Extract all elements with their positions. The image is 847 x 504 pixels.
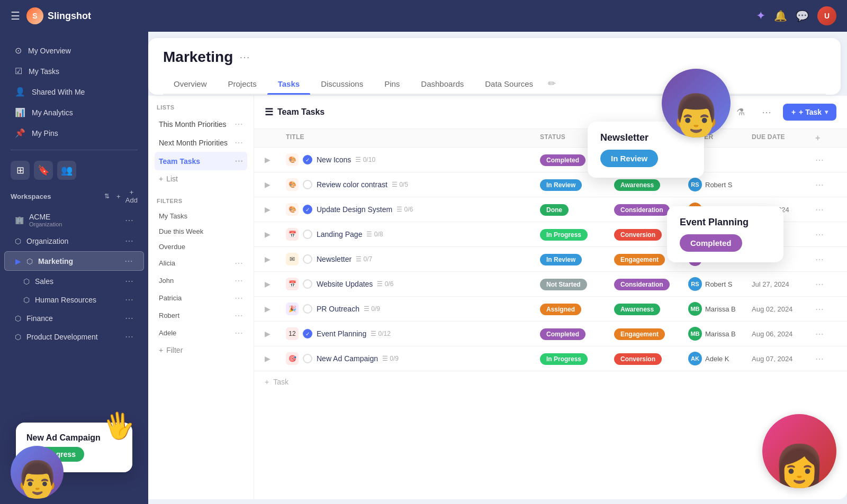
row-more-icon[interactable]: ⋯ (815, 180, 836, 190)
sidebar-item-tasks[interactable]: ☑ My Tasks (4, 61, 144, 81)
add-list-button[interactable]: + List (155, 170, 247, 187)
edit-icon[interactable]: ✏ (548, 78, 556, 89)
workspace-item-org[interactable]: ⬡ Organization ⋯ (4, 232, 144, 250)
expand-icon[interactable]: ▶ (265, 280, 286, 288)
ai-button[interactable]: ✦ (756, 9, 765, 23)
tab-dashboards[interactable]: Dashboards (410, 74, 474, 94)
sidebar-item-analytics[interactable]: 📊 My Analytics (4, 102, 144, 123)
tasks-header: ☰ Team Tasks ⊞ View Type ⚗ ⋯ + + Task ▾ (254, 96, 847, 129)
filter-robert[interactable]: Robert ⋯ (155, 307, 247, 324)
filter-alicia[interactable]: Alicia ⋯ (155, 254, 247, 272)
row-more-icon[interactable]: ⋯ (815, 155, 836, 165)
workspace-more-icon[interactable]: ⋯ (125, 215, 133, 225)
workspace-more-icon[interactable]: ⋯ (125, 332, 133, 342)
row-more-icon[interactable]: ⋯ (815, 205, 836, 215)
row-more-icon[interactable]: ⋯ (815, 329, 836, 339)
workspace-item-sales[interactable]: ⬡ Sales ⋯ (4, 272, 144, 290)
row-more-icon[interactable]: ⋯ (815, 230, 836, 240)
filter-more-icon[interactable]: ⋯ (235, 276, 243, 286)
add-column-button[interactable]: + (815, 133, 836, 143)
workspace-item-marketing[interactable]: ▶ ⬡ Marketing ⋯ (4, 251, 144, 271)
row-more-icon[interactable]: ⋯ (815, 354, 836, 364)
workspace-more-btn[interactable]: ⋯ (239, 51, 250, 63)
task-checkbox[interactable]: ✓ (303, 205, 312, 214)
filter-my-tasks[interactable]: My Tasks (155, 208, 247, 224)
list-item-next-month[interactable]: Next Month Priorities ⋯ (155, 133, 247, 152)
task-checkbox[interactable] (303, 230, 312, 239)
list-item-team-tasks[interactable]: Team Tasks ⋯ (155, 152, 247, 170)
sort-button[interactable]: ⇅ (104, 193, 110, 200)
expand-icon[interactable]: ▶ (265, 155, 286, 164)
workspace-item-hr[interactable]: ⬡ Human Resources ⋯ (4, 290, 144, 309)
tab-overview[interactable]: Overview (163, 74, 218, 94)
bookmark-button[interactable]: 🔖 (34, 161, 53, 180)
sidebar-item-pins[interactable]: 📌 My Pins (4, 123, 144, 143)
filter-icon-button[interactable]: ⚗ (731, 103, 750, 121)
app-logo[interactable]: S Slingshot (26, 7, 91, 24)
hamburger-icon[interactable]: ☰ (11, 10, 20, 22)
tasks-icon: ☑ (15, 66, 22, 76)
task-color-dot: 12 (286, 327, 299, 340)
chat-button[interactable]: 💬 (796, 10, 809, 22)
workspace-more-icon[interactable]: ⋯ (125, 276, 133, 286)
tab-projects[interactable]: Projects (218, 74, 267, 94)
expand-icon[interactable]: ▶ (265, 354, 286, 363)
row-more-icon[interactable]: ⋯ (815, 254, 836, 264)
filter-more-icon[interactable]: ⋯ (235, 258, 243, 268)
task-checkbox[interactable] (303, 304, 312, 314)
task-checkbox[interactable] (303, 279, 312, 289)
tab-data-sources[interactable]: Data Sources (474, 74, 544, 94)
row-more-icon[interactable]: ⋯ (815, 279, 836, 289)
expand-icon[interactable]: ▶ (265, 305, 286, 313)
task-color-dot: 🎯 (286, 352, 299, 365)
expand-icon[interactable]: ▶ (265, 205, 286, 214)
task-date: Jul 27, 2024 (752, 280, 815, 288)
filter-adele[interactable]: Adele ⋯ (155, 324, 247, 342)
task-checkbox[interactable]: ✓ (303, 329, 312, 338)
expand-icon[interactable]: ▶ (265, 329, 286, 338)
add-workspace-button[interactable]: + + Add (114, 188, 138, 204)
workspace-more-icon[interactable]: ⋯ (125, 236, 133, 246)
more-options-button[interactable]: ⋯ (756, 103, 777, 121)
add-filter-button[interactable]: + Filter (155, 342, 247, 359)
filter-patricia[interactable]: Patricia ⋯ (155, 289, 247, 307)
sidebar-item-shared[interactable]: 👤 Shared With Me (4, 81, 144, 102)
sidebar-divider (11, 150, 138, 150)
tab-pins[interactable]: Pins (374, 74, 410, 94)
expand-icon[interactable]: ▶ (265, 230, 286, 239)
row-more-icon[interactable]: ⋯ (815, 304, 836, 314)
expand-icon[interactable]: ▶ (265, 180, 286, 189)
filter-more-icon[interactable]: ⋯ (235, 328, 243, 338)
owner-name: Marissa B (705, 330, 736, 338)
filter-john[interactable]: John ⋯ (155, 272, 247, 289)
layers-button[interactable]: ⊞ (11, 161, 30, 180)
workspace-more-icon[interactable]: ⋯ (125, 295, 133, 305)
list-item-this-month[interactable]: This Month Priorities ⋯ (155, 115, 247, 133)
filter-more-icon[interactable]: ⋯ (235, 310, 243, 320)
workspace-item-finance[interactable]: ⬡ Finance ⋯ (4, 309, 144, 327)
workspace-more-icon[interactable]: ⋯ (125, 313, 133, 323)
workspace-item-acme[interactable]: 🏢 ACME Organization ⋯ (4, 208, 144, 232)
workspace-more-icon[interactable]: ⋯ (124, 256, 133, 266)
task-checkbox[interactable]: ✓ (303, 155, 312, 164)
task-checkbox[interactable] (303, 354, 312, 363)
list-more-icon[interactable]: ⋯ (235, 119, 243, 129)
filter-overdue[interactable]: Overdue (155, 239, 247, 254)
tab-discussions[interactable]: Discussions (310, 74, 374, 94)
task-checkbox[interactable] (303, 180, 312, 189)
expand-icon[interactable]: ▶ (265, 255, 286, 263)
task-subtask-count: ☰ 0/10 (355, 156, 375, 163)
workspace-item-product[interactable]: ⬡ Product Development ⋯ (4, 327, 144, 346)
filter-due-week[interactable]: Due this Week (155, 224, 247, 239)
add-task-button[interactable]: + + Task ▾ (783, 104, 836, 121)
sidebar-item-overview[interactable]: ⊙ My Overview (4, 40, 144, 61)
people-button[interactable]: 👥 (57, 161, 76, 180)
list-more-icon[interactable]: ⋯ (235, 138, 243, 148)
tab-tasks[interactable]: Tasks (267, 74, 310, 94)
user-avatar[interactable]: U (817, 6, 836, 25)
list-more-icon[interactable]: ⋯ (235, 156, 243, 166)
filter-more-icon[interactable]: ⋯ (235, 293, 243, 303)
notifications-button[interactable]: 🔔 (774, 10, 787, 22)
add-task-row[interactable]: + Task (254, 371, 847, 392)
task-checkbox[interactable] (303, 254, 312, 264)
